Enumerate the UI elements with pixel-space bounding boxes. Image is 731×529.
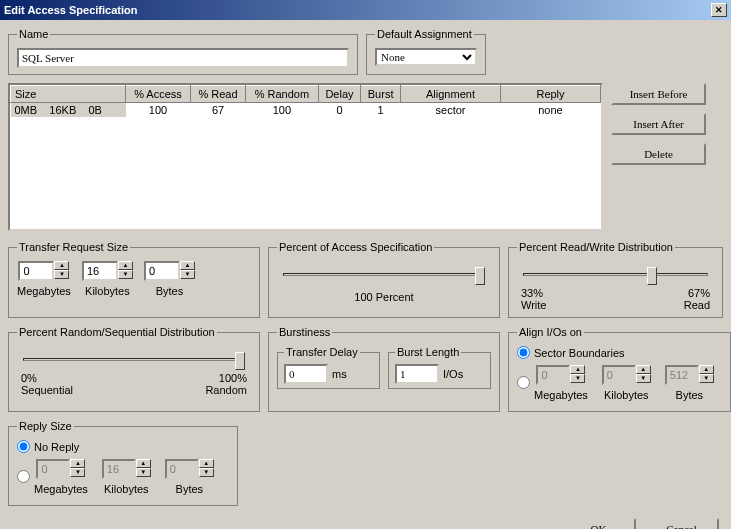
slider-thumb[interactable] — [235, 352, 245, 370]
default-assignment-select[interactable]: None — [375, 48, 477, 66]
burst-length-input[interactable] — [395, 364, 439, 384]
insert-after-button[interactable]: Insert After — [611, 113, 706, 135]
align-kb-spinner: ▲▼ — [602, 365, 651, 385]
cell-delay: 0 — [318, 103, 361, 118]
percent-access-legend: Percent of Access Specification — [277, 241, 434, 253]
transfer-delay-group: Transfer Delay ms — [277, 346, 380, 389]
col-alignment[interactable]: Alignment — [401, 86, 501, 103]
cell-random: 100 — [246, 103, 319, 118]
col-random[interactable]: % Random — [246, 86, 319, 103]
up-icon[interactable]: ▲ — [118, 261, 133, 270]
up-icon[interactable]: ▲ — [54, 261, 69, 270]
transfer-size-group: Transfer Request Size ▲▼ Megabytes ▲▼ Ki… — [8, 241, 260, 318]
cell-reply: none — [501, 103, 601, 118]
ok-button[interactable]: OK — [561, 518, 636, 529]
col-read[interactable]: % Read — [190, 86, 245, 103]
read-write-slider[interactable] — [523, 265, 708, 285]
burst-length-group: Burst Length I/Os — [388, 346, 491, 389]
down-icon[interactable]: ▼ — [180, 270, 195, 279]
align-sector-radio[interactable] — [517, 346, 530, 359]
default-assignment-label: Default Assignment — [375, 28, 474, 40]
transfer-delay-input[interactable] — [284, 364, 328, 384]
reply-kb-spinner: ▲▼ — [102, 459, 151, 479]
percent-access-group: Percent of Access Specification 100 Perc… — [268, 241, 500, 318]
align-custom-radio[interactable] — [517, 376, 530, 389]
name-input[interactable] — [17, 48, 349, 68]
transfer-size-legend: Transfer Request Size — [17, 241, 130, 253]
window-title: Edit Access Specification — [4, 4, 137, 16]
cell-size: 0MB 16KB 0B — [11, 103, 126, 118]
cell-alignment: sector — [401, 103, 501, 118]
cell-burst: 1 — [361, 103, 401, 118]
transfer-kb-spinner[interactable]: ▲▼ — [82, 261, 133, 281]
cancel-button[interactable]: Cancel — [644, 518, 719, 529]
insert-before-button[interactable]: Insert Before — [611, 83, 706, 105]
default-assignment-group: Default Assignment None — [366, 28, 486, 75]
col-reply[interactable]: Reply — [501, 86, 601, 103]
spec-table[interactable]: Size % Access % Read % Random Delay Burs… — [10, 85, 601, 117]
percent-access-value: 100 Percent — [277, 291, 491, 303]
reply-custom-radio[interactable] — [17, 470, 30, 483]
burstiness-group: Burstiness Transfer Delay ms Burst Lengt… — [268, 326, 500, 412]
col-burst[interactable]: Burst — [361, 86, 401, 103]
reply-size-group: Reply Size No Reply ▲▼Megabytes ▲▼Kiloby… — [8, 420, 238, 506]
delete-button[interactable]: Delete — [611, 143, 706, 165]
name-label: Name — [17, 28, 50, 40]
col-size[interactable]: Size — [11, 86, 126, 103]
reply-size-legend: Reply Size — [17, 420, 74, 432]
name-group: Name — [8, 28, 358, 75]
slider-thumb[interactable] — [647, 267, 657, 285]
align-io-group: Align I/Os on Sector Boundaries ▲▼Megaby… — [508, 326, 731, 412]
table-row[interactable]: 0MB 16KB 0B 100 67 100 0 1 sector none — [11, 103, 601, 118]
up-icon[interactable]: ▲ — [180, 261, 195, 270]
align-mb-spinner: ▲▼ — [536, 365, 585, 385]
burstiness-legend: Burstiness — [277, 326, 332, 338]
transfer-b-spinner[interactable]: ▲▼ — [144, 261, 195, 281]
reply-b-spinner: ▲▼ — [165, 459, 214, 479]
random-seq-group: Percent Random/Sequential Distribution 0… — [8, 326, 260, 412]
col-delay[interactable]: Delay — [318, 86, 361, 103]
cell-read: 67 — [190, 103, 245, 118]
percent-access-slider[interactable] — [283, 265, 485, 285]
read-write-group: Percent Read/Write Distribution 33%Write… — [508, 241, 723, 318]
dialog-body: Name Default Assignment None Size % Acce… — [0, 20, 731, 529]
slider-thumb[interactable] — [475, 267, 485, 285]
spec-table-container: Size % Access % Read % Random Delay Burs… — [8, 83, 603, 231]
down-icon[interactable]: ▼ — [118, 270, 133, 279]
transfer-mb-spinner[interactable]: ▲▼ — [18, 261, 69, 281]
align-io-legend: Align I/Os on — [517, 326, 584, 338]
cell-access: 100 — [126, 103, 191, 118]
random-seq-legend: Percent Random/Sequential Distribution — [17, 326, 217, 338]
reply-mb-spinner: ▲▼ — [36, 459, 85, 479]
titlebar: Edit Access Specification ✕ — [0, 0, 731, 20]
random-seq-slider[interactable] — [23, 350, 245, 370]
down-icon[interactable]: ▼ — [54, 270, 69, 279]
read-write-legend: Percent Read/Write Distribution — [517, 241, 675, 253]
close-icon[interactable]: ✕ — [711, 3, 727, 17]
align-b-spinner: ▲▼ — [665, 365, 714, 385]
col-access[interactable]: % Access — [126, 86, 191, 103]
no-reply-radio[interactable] — [17, 440, 30, 453]
